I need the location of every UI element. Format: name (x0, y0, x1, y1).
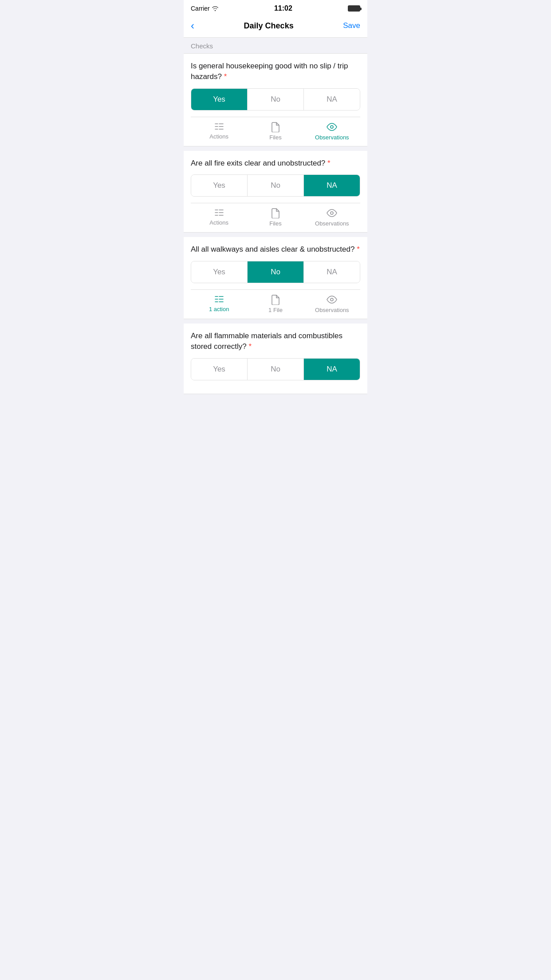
carrier-text: Carrier (191, 5, 219, 12)
svg-point-20 (331, 298, 333, 301)
check-item-2: Are all fire exits clear and unobstructe… (184, 151, 367, 233)
toggle-group-2: Yes No NA (191, 174, 360, 197)
observations-label-2: Observations (315, 220, 349, 227)
toggle-yes-3[interactable]: Yes (191, 261, 248, 283)
separator-1 (184, 146, 367, 151)
status-time: 11:02 (274, 4, 292, 12)
required-indicator-2: * (327, 159, 331, 167)
observations-label-3: Observations (315, 307, 349, 313)
list-icon-1 (214, 122, 224, 131)
separator-2 (184, 233, 367, 237)
actions-button-1[interactable]: Actions (191, 122, 247, 141)
eye-icon-2 (327, 208, 337, 218)
file-icon-2 (271, 208, 280, 218)
toggle-na-3[interactable]: NA (304, 261, 360, 283)
required-indicator-3: * (357, 245, 360, 253)
page-title: Daily Checks (244, 21, 294, 31)
battery-icon (348, 5, 360, 12)
toggle-no-4[interactable]: No (248, 359, 304, 380)
section-header: Checks (184, 38, 367, 54)
save-button[interactable]: Save (343, 21, 360, 30)
eye-icon-3 (327, 294, 337, 305)
check-question-1: Is general housekeeping good with no sli… (191, 61, 360, 82)
toggle-no-3[interactable]: No (248, 261, 304, 283)
check-item-1: Is general housekeeping good with no sli… (184, 54, 367, 146)
toggle-group-3: Yes No NA (191, 261, 360, 283)
check-question-2: Are all fire exits clear and unobstructe… (191, 158, 360, 169)
toggle-no-1[interactable]: No (248, 89, 304, 110)
eye-icon-1 (327, 122, 337, 132)
toggle-yes-4[interactable]: Yes (191, 359, 248, 380)
check-question-3: All all walkways and aisles clear & unob… (191, 244, 360, 255)
action-bar-3: 1 action 1 File Observations (191, 289, 360, 319)
toggle-yes-2[interactable]: Yes (191, 175, 248, 196)
observations-button-2[interactable]: Observations (304, 208, 360, 227)
toggle-yes-1[interactable]: Yes (191, 89, 248, 110)
files-label-3: 1 File (268, 307, 283, 313)
svg-point-13 (331, 212, 333, 214)
toggle-group-4: Yes No NA (191, 358, 360, 380)
actions-label-2: Actions (209, 219, 228, 226)
toggle-na-4[interactable]: NA (304, 359, 360, 380)
files-label-2: Files (269, 220, 281, 227)
required-indicator-1: * (224, 72, 227, 81)
wifi-icon (212, 6, 219, 11)
action-bar-2: Actions Files Observations (191, 203, 360, 232)
list-icon-3 (214, 294, 224, 304)
toggle-na-1[interactable]: NA (304, 89, 360, 110)
svg-point-6 (331, 126, 333, 128)
actions-label-3: 1 action (209, 306, 229, 312)
list-icon-2 (214, 208, 224, 217)
files-button-1[interactable]: Files (247, 122, 303, 141)
observations-button-1[interactable]: Observations (304, 122, 360, 141)
actions-label-1: Actions (209, 133, 228, 140)
actions-button-3[interactable]: 1 action (191, 294, 247, 313)
status-bar: Carrier 11:02 (184, 0, 367, 15)
observations-button-3[interactable]: Observations (304, 294, 360, 313)
check-item-3: All all walkways and aisles clear & unob… (184, 237, 367, 319)
navigation-bar: ‹ Daily Checks Save (184, 15, 367, 38)
files-label-1: Files (269, 134, 281, 141)
actions-button-2[interactable]: Actions (191, 208, 247, 227)
check-question-4: Are all flammable materials and combusti… (191, 331, 360, 352)
back-button[interactable]: ‹ (191, 20, 194, 32)
observations-label-1: Observations (315, 134, 349, 141)
file-icon-1 (271, 122, 280, 132)
files-button-3[interactable]: 1 File (247, 294, 303, 313)
toggle-na-2[interactable]: NA (304, 175, 360, 196)
check-item-4: Are all flammable materials and combusti… (184, 324, 367, 394)
files-button-2[interactable]: Files (247, 208, 303, 227)
separator-3 (184, 319, 367, 324)
toggle-no-2[interactable]: No (248, 175, 304, 196)
file-icon-3 (271, 294, 280, 305)
toggle-group-1: Yes No NA (191, 88, 360, 111)
action-bar-1: Actions Files Observations (191, 117, 360, 146)
required-indicator-4: * (248, 342, 252, 351)
